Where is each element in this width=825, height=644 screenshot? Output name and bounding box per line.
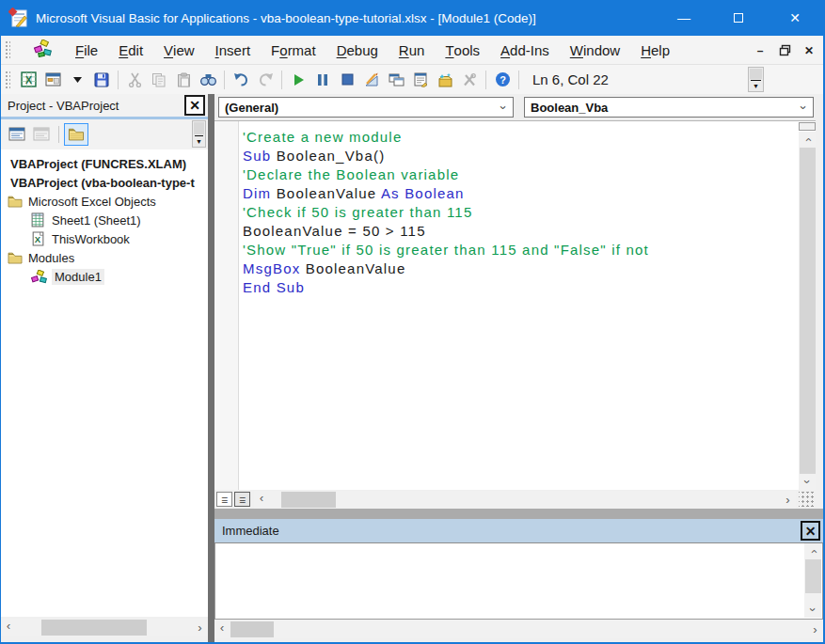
tree-item-module1[interactable]: Module1	[1, 267, 208, 286]
scroll-right-icon[interactable]: ›	[780, 492, 796, 508]
save-button[interactable]	[89, 69, 114, 91]
scrollbar-thumb[interactable]	[805, 559, 821, 593]
code-horizontal-scrollbar[interactable]: › ›	[254, 491, 796, 509]
line-column-indicator: Ln 6, Col 22	[532, 71, 609, 87]
tree-item-label: ThisWorkbook	[52, 232, 130, 246]
tree-item-vbaproject-funcres-xlam[interactable]: VBAProject (FUNCRES.XLAM)	[1, 154, 208, 173]
procedure-view-button[interactable]: ☰	[216, 492, 232, 507]
scrollbar-thumb[interactable]	[800, 148, 816, 474]
view-microsoft-excel-icon: X	[21, 71, 37, 87]
menubar-grip[interactable]	[4, 39, 10, 60]
tree-item-modules[interactable]: Modules	[1, 248, 208, 267]
menu-run[interactable]: Run	[389, 36, 436, 64]
find-button[interactable]	[196, 69, 220, 91]
menu-debug[interactable]: Debug	[326, 36, 389, 64]
menu-insert[interactable]: Insert	[205, 36, 262, 64]
insert-dropdown-button[interactable]	[65, 69, 89, 91]
reset-icon	[341, 73, 354, 86]
project-panel-header[interactable]: Project - VBAProject ✕	[1, 94, 208, 117]
scroll-up-icon[interactable]: ›	[800, 132, 816, 148]
scrollbar-thumb[interactable]	[41, 620, 147, 636]
menu-format[interactable]: Format	[261, 36, 326, 64]
project-horizontal-scrollbar[interactable]: › ›	[1, 619, 208, 636]
menu-file[interactable]: File	[65, 36, 108, 64]
immediate-input-area[interactable]: › ›	[214, 543, 823, 620]
menu-tools[interactable]: Tools	[435, 36, 490, 64]
toolbar-separator	[224, 71, 225, 89]
scrollbar-thumb[interactable]	[281, 492, 336, 508]
help-icon: ?	[495, 71, 511, 87]
design-mode-button[interactable]	[359, 69, 384, 91]
immediate-vertical-scrollbar[interactable]: › ›	[804, 543, 821, 618]
toolbar-options-dropdown[interactable]: ▼	[748, 67, 764, 92]
run-sub-button[interactable]	[286, 69, 310, 91]
size-grip[interactable]	[799, 492, 814, 507]
mdi-close-icon[interactable]: ✕	[801, 43, 817, 58]
copy-button	[147, 69, 171, 91]
menu-items: FileEditViewInsertFormatDebugRunToolsAdd…	[65, 36, 680, 64]
paste-icon	[177, 72, 191, 87]
tree-item-thisworkbook[interactable]: XThisWorkbook	[1, 229, 208, 248]
tree-item-microsoft-excel-objects[interactable]: Microsoft Excel Objects	[1, 192, 208, 211]
scrollbar-thumb[interactable]	[230, 621, 274, 637]
reset-button[interactable]	[335, 69, 359, 91]
view-code-button[interactable]	[5, 123, 29, 146]
menu-addins[interactable]: Add-Ins	[490, 36, 560, 64]
object-browser-button[interactable]	[433, 69, 457, 91]
scroll-down-icon[interactable]: ›	[805, 602, 821, 618]
toolbar-separator	[518, 71, 519, 89]
immediate-close-button[interactable]: ✕	[801, 521, 820, 541]
margin-indicator-bar[interactable]	[214, 121, 239, 490]
scroll-down-icon[interactable]: ›	[800, 474, 816, 490]
insert-userform-button[interactable]	[40, 69, 65, 91]
scroll-up-icon[interactable]: ›	[805, 543, 821, 559]
help-button[interactable]: ?	[490, 69, 515, 91]
redo-button	[253, 69, 278, 91]
project-close-button[interactable]: ✕	[184, 95, 205, 116]
project-toolbar-options-dropdown[interactable]: ▼	[192, 120, 206, 148]
toggle-folders-button[interactable]	[64, 123, 88, 146]
window-minimize-button[interactable]: —	[662, 0, 706, 36]
scroll-left-icon[interactable]: ›	[254, 492, 270, 508]
project-explorer-button[interactable]	[384, 69, 408, 91]
scroll-right-icon[interactable]: ›	[192, 620, 208, 636]
panel-splitter[interactable]	[208, 94, 214, 642]
scroll-right-icon[interactable]: ›	[807, 621, 823, 637]
menu-window[interactable]: Window	[560, 36, 630, 64]
menu-view[interactable]: View	[153, 36, 205, 64]
scroll-left-icon[interactable]: ›	[214, 621, 230, 637]
insert-userform-icon	[45, 72, 61, 86]
tree-item-sheet1-sheet1[interactable]: Sheet1 (Sheet1)	[1, 211, 208, 229]
menu-help[interactable]: Help	[630, 36, 680, 64]
tree-item-label: Microsoft Excel Objects	[28, 195, 156, 209]
object-dropdown[interactable]: (General) ›	[218, 97, 514, 118]
break-button[interactable]	[310, 69, 335, 91]
project-toolbar: ▼	[1, 119, 208, 149]
mdi-minimize-icon[interactable]: –	[753, 43, 768, 58]
window-close-button[interactable]: ✕	[773, 0, 817, 36]
copy-icon	[151, 72, 167, 87]
view-microsoft-excel-button[interactable]: X	[16, 69, 40, 91]
procedure-dropdown[interactable]: Boolean_Vba ›	[524, 97, 814, 118]
svg-text:X: X	[24, 74, 31, 86]
split-handle[interactable]	[799, 122, 816, 131]
tree-item-label: VBAProject (FUNCRES.XLAM)	[10, 157, 186, 171]
full-module-view-button[interactable]: ☰	[234, 492, 250, 507]
immediate-horizontal-scrollbar[interactable]: › ›	[214, 620, 823, 638]
save-icon	[94, 72, 109, 87]
code-editor[interactable]: 'Create a new moduleSub Boolean_Vba()'De…	[214, 120, 816, 490]
view-object-button[interactable]	[29, 123, 54, 146]
undo-button[interactable]	[229, 69, 253, 91]
toolbar-grip[interactable]	[4, 70, 10, 90]
mdi-restore-icon[interactable]	[777, 43, 792, 58]
properties-window-button[interactable]	[408, 69, 433, 91]
immediate-header[interactable]: Immediate ✕	[214, 519, 823, 543]
horizontal-splitter[interactable]	[214, 509, 823, 519]
tree-item-vbaproject-vba-boolean-type-t[interactable]: VBAProject (vba-boolean-type-t	[1, 173, 208, 192]
chevron-down-icon: ›	[496, 105, 510, 109]
scroll-left-icon[interactable]: ›	[1, 620, 17, 636]
menu-edit[interactable]: Edit	[108, 36, 153, 64]
code-vertical-scrollbar[interactable]: › ›	[799, 132, 816, 490]
window-maximize-button[interactable]	[717, 0, 760, 36]
code-line: BooleanValue = 50 > 115	[243, 223, 793, 242]
